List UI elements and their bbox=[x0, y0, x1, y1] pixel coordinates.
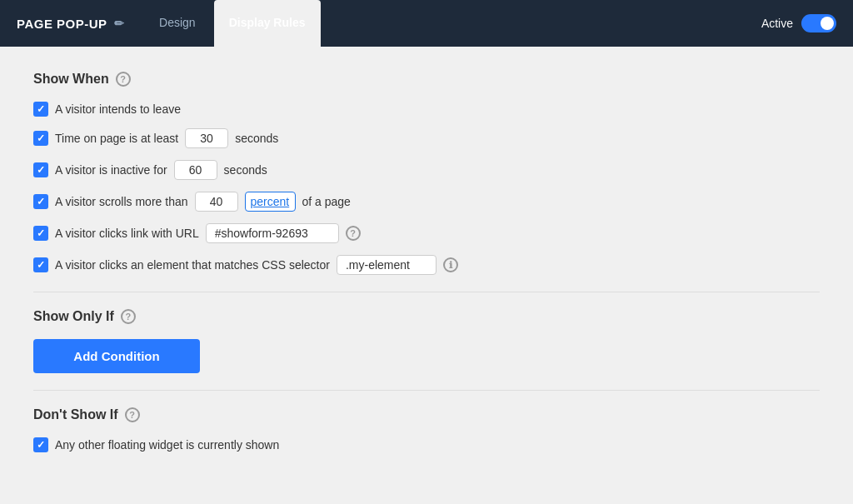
condition-time-on-page: Time on page is at least seconds bbox=[33, 128, 820, 148]
scrolls-more-label-before: A visitor scrolls more than bbox=[55, 195, 188, 208]
show-when-help-icon[interactable]: ? bbox=[116, 72, 131, 87]
condition-other-widget: Any other floating widget is currently s… bbox=[33, 437, 820, 452]
edit-icon[interactable]: ✏ bbox=[114, 17, 125, 30]
dont-show-if-help-icon[interactable]: ? bbox=[125, 407, 140, 422]
nav-tabs: Design Display Rules bbox=[144, 0, 320, 47]
tab-display-rules[interactable]: Display Rules bbox=[214, 0, 321, 47]
add-condition-button[interactable]: Add Condition bbox=[33, 339, 200, 373]
active-toggle[interactable] bbox=[801, 14, 836, 32]
checkbox-clicks-element[interactable] bbox=[33, 257, 48, 272]
checkbox-clicks-link[interactable] bbox=[33, 226, 48, 241]
time-on-page-input[interactable] bbox=[185, 128, 228, 148]
other-widget-label: Any other floating widget is currently s… bbox=[55, 438, 279, 452]
clicks-link-url-input[interactable] bbox=[206, 223, 339, 243]
clicks-element-label: A visitor clicks an element that matches… bbox=[55, 258, 330, 272]
tab-design[interactable]: Design bbox=[144, 0, 211, 47]
clicks-link-help-icon[interactable]: ? bbox=[346, 226, 361, 241]
time-on-page-label-before: Time on page is at least bbox=[55, 132, 178, 145]
clicks-link-label: A visitor clicks link with URL bbox=[55, 227, 199, 240]
checkbox-scrolls-more[interactable] bbox=[33, 194, 48, 209]
active-label: Active bbox=[761, 17, 793, 30]
condition-clicks-element: A visitor clicks an element that matches… bbox=[33, 255, 820, 275]
dont-show-if-title: Don't Show If ? bbox=[33, 407, 820, 422]
show-when-title: Show When ? bbox=[33, 72, 820, 87]
clicks-element-css-input[interactable] bbox=[337, 255, 436, 275]
title-text: PAGE POP-UP bbox=[17, 17, 107, 31]
scrolls-unit-select[interactable]: percent pixels bbox=[245, 192, 296, 212]
condition-scrolls-more: A visitor scrolls more than percent pixe… bbox=[33, 192, 820, 212]
inactive-for-input[interactable] bbox=[174, 160, 217, 180]
condition-intends-to-leave: A visitor intends to leave bbox=[33, 102, 820, 117]
inactive-for-label-after: seconds bbox=[224, 163, 267, 177]
app-title: PAGE POP-UP ✏ bbox=[17, 17, 124, 31]
intends-to-leave-label: A visitor intends to leave bbox=[55, 102, 181, 116]
condition-inactive-for: A visitor is inactive for seconds bbox=[33, 160, 820, 180]
condition-clicks-link: A visitor clicks link with URL ? bbox=[33, 223, 820, 243]
topbar-right: Active bbox=[761, 14, 836, 32]
divider-2 bbox=[33, 390, 820, 391]
scrolls-more-label-after: of a page bbox=[302, 195, 351, 208]
show-only-if-title: Show Only If ? bbox=[33, 309, 820, 324]
checkbox-time-on-page[interactable] bbox=[33, 131, 48, 146]
time-on-page-label-after: seconds bbox=[235, 132, 278, 145]
checkbox-intends-to-leave[interactable] bbox=[33, 102, 48, 117]
checkbox-other-widget[interactable] bbox=[33, 437, 48, 452]
show-only-if-help-icon[interactable]: ? bbox=[121, 309, 136, 324]
main-content: Show When ? A visitor intends to leave T… bbox=[0, 47, 853, 504]
inactive-for-label-before: A visitor is inactive for bbox=[55, 163, 167, 177]
divider-1 bbox=[33, 292, 820, 292]
clicks-element-help-icon[interactable]: ℹ bbox=[443, 257, 458, 272]
topbar: PAGE POP-UP ✏ Design Display Rules Activ… bbox=[0, 0, 853, 47]
scrolls-more-input[interactable] bbox=[195, 192, 238, 212]
checkbox-inactive-for[interactable] bbox=[33, 162, 48, 177]
